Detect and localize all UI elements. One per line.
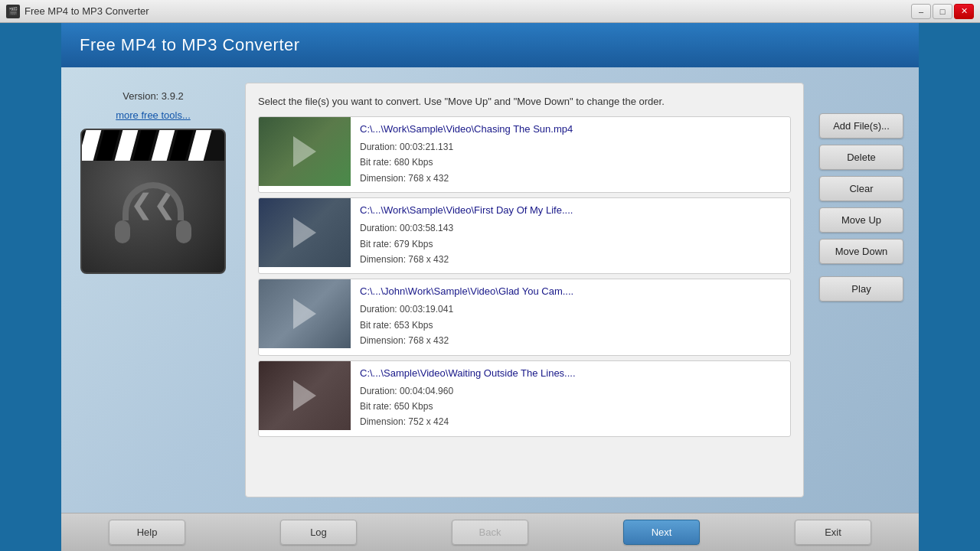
app-header: Free MP4 to MP3 Converter [61, 23, 919, 67]
content-area: Version: 3.9.2 more free tools... ❮❮ [61, 67, 919, 513]
headphone-right-cup [176, 220, 191, 243]
delete-button[interactable]: Delete [819, 145, 903, 170]
right-buttons: Add File(s)... Delete Clear Move Up Move… [819, 83, 903, 302]
file-meta-2: Duration: 00:03:19.041Bit rate: 653 Kbps… [360, 302, 781, 348]
file-name-1: C:\...\Work\Sample\Video\First Day Of My… [360, 204, 781, 216]
title-bar-text: Free MP4 to MP3 Converter [24, 5, 149, 17]
title-bar-left: 🎬 Free MP4 to MP3 Converter [6, 5, 149, 18]
help-button[interactable]: Help [109, 520, 185, 545]
headphone-arc [122, 182, 184, 220]
thumb-overlay-0 [259, 117, 351, 186]
more-tools-link[interactable]: more free tools... [116, 109, 191, 121]
file-info-1: C:\...\Work\Sample\Video\First Day Of My… [351, 198, 790, 273]
file-thumbnail-3 [259, 361, 351, 430]
list-item[interactable]: C:\...\Work\Sample\Video\Chasing The Sun… [258, 116, 791, 193]
thumb-overlay-1 [259, 198, 351, 267]
file-info-0: C:\...\Work\Sample\Video\Chasing The Sun… [351, 117, 790, 192]
file-info-2: C:\...\John\Work\Sample\Video\Glad You C… [351, 279, 790, 354]
headphone-icon [115, 182, 191, 243]
file-meta-0: Duration: 00:03:21.131Bit rate: 680 Kbps… [360, 139, 781, 186]
list-item[interactable]: C:\...\John\Work\Sample\Video\Glad You C… [258, 279, 791, 355]
exit-button[interactable]: Exit [795, 520, 871, 545]
back-button[interactable]: Back [452, 520, 528, 545]
play-triangle-icon [293, 380, 316, 411]
move-up-button[interactable]: Move Up [819, 207, 903, 233]
app-title: Free MP4 to MP3 Converter [80, 35, 300, 54]
clapperboard-graphic: ❮❮ [80, 129, 226, 274]
play-triangle-icon [293, 217, 316, 248]
play-button[interactable]: Play [819, 276, 903, 302]
right-column: Add File(s)... Delete Clear Move Up Move… [819, 83, 903, 497]
title-bar: 🎬 Free MP4 to MP3 Converter – □ ✕ [0, 0, 980, 23]
maximize-button[interactable]: □ [933, 4, 952, 19]
left-sidebar: Version: 3.9.2 more free tools... ❮❮ [77, 83, 230, 497]
next-button[interactable]: Next [623, 520, 700, 545]
file-info-3: C:\...\Sample\Video\Waiting Outside The … [351, 361, 790, 436]
version-text: Version: 3.9.2 [122, 90, 184, 102]
file-name-2: C:\...\John\Work\Sample\Video\Glad You C… [360, 285, 781, 297]
list-item[interactable]: C:\...\Work\Sample\Video\First Day Of My… [258, 197, 791, 274]
file-list: C:\...\Work\Sample\Video\Chasing The Sun… [258, 116, 791, 484]
file-meta-3: Duration: 00:04:04.960Bit rate: 650 Kbps… [360, 383, 781, 430]
clapper-top [82, 130, 224, 161]
file-name-3: C:\...\Sample\Video\Waiting Outside The … [360, 367, 781, 379]
file-meta-1: Duration: 00:03:58.143Bit rate: 679 Kbps… [360, 220, 781, 267]
file-thumbnail-2 [259, 279, 351, 348]
clear-button[interactable]: Clear [819, 176, 903, 201]
app-icon: 🎬 [6, 5, 20, 18]
thumb-overlay-2 [259, 279, 351, 348]
file-name-0: C:\...\Work\Sample\Video\Chasing The Sun… [360, 123, 781, 135]
close-button[interactable]: ✕ [954, 4, 974, 19]
title-bar-controls: – □ ✕ [911, 4, 974, 19]
play-triangle-icon [293, 298, 316, 329]
log-button[interactable]: Log [280, 520, 357, 545]
main-panel: Select the file(s) you want to convert. … [245, 83, 804, 497]
file-thumbnail-1 [259, 198, 351, 267]
instruction-text: Select the file(s) you want to convert. … [258, 96, 791, 107]
headphone-left-cup [115, 220, 130, 243]
thumb-overlay-3 [259, 361, 351, 430]
main-window: Free MP4 to MP3 Converter Version: 3.9.2… [61, 23, 919, 551]
move-down-button[interactable]: Move Down [819, 239, 903, 264]
play-triangle-icon [293, 136, 316, 167]
file-thumbnail-0 [259, 117, 351, 186]
minimize-button[interactable]: – [911, 4, 931, 19]
list-item[interactable]: C:\...\Sample\Video\Waiting Outside The … [258, 360, 791, 437]
bottom-bar: Help Log Back Next Exit [61, 513, 919, 551]
add-files-button[interactable]: Add File(s)... [819, 113, 903, 139]
